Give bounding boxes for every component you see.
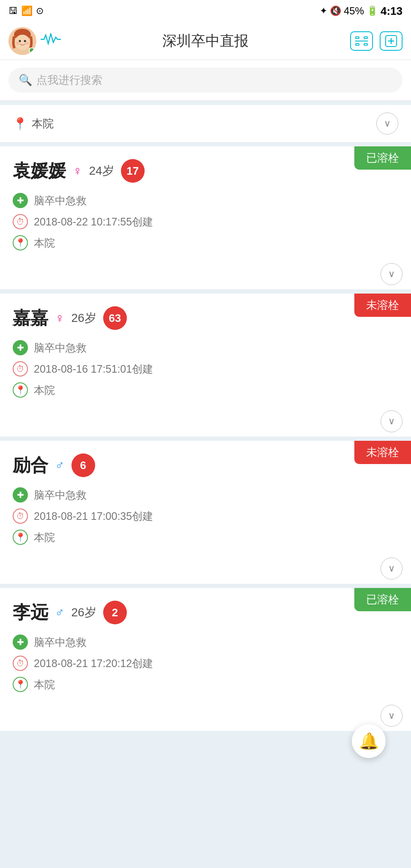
time-row-liyuan: ⏱ 2018-08-21 17:20:12创建 bbox=[13, 656, 398, 671]
status-badge-jia: 未溶栓 bbox=[354, 294, 411, 317]
patient-card-li[interactable]: 未溶栓 励合 ♂ 6 ✚ 脑卒中急救 ⏱ 2018-08-21 17:00:35… bbox=[0, 441, 411, 584]
time-row-li: ⏱ 2018-08-21 17:00:35创建 bbox=[13, 508, 398, 524]
card-header-jia: 嘉嘉 ♀ 26岁 63 bbox=[13, 306, 348, 330]
svg-rect-7 bbox=[356, 37, 359, 38]
status-left-icons: 🖫 📶 ⊙ bbox=[8, 5, 44, 16]
patient-card-jia[interactable]: 未溶栓 嘉嘉 ♀ 26岁 63 ✚ 脑卒中急救 ⏱ 2018-08-16 17:… bbox=[0, 294, 411, 437]
card-info-yuan: ✚ 脑卒中急救 ⏱ 2018-08-22 10:17:55创建 📍 本院 bbox=[13, 193, 398, 250]
gender-icon-jia: ♀ bbox=[55, 311, 65, 325]
type-icon-li: ✚ bbox=[13, 487, 28, 503]
time-row-yuan: ⏱ 2018-08-22 10:17:55创建 bbox=[13, 214, 398, 229]
gender-icon-li: ♂ bbox=[55, 458, 65, 472]
status-right-info: ✦ 🔇 45% 🔋 4:13 bbox=[320, 5, 403, 18]
location-row-yuan: 📍 本院 bbox=[13, 235, 398, 250]
type-text-yuan: 脑卒中急救 bbox=[34, 194, 87, 208]
time-icon-yuan: ⏱ bbox=[13, 214, 28, 229]
online-indicator bbox=[29, 47, 35, 53]
partial-card-location: 📍 本院 bbox=[13, 116, 54, 131]
expand-button-yuan[interactable]: ∨ bbox=[381, 263, 403, 285]
status-bar: 🖫 📶 ⊙ ✦ 🔇 45% 🔋 4:13 bbox=[0, 0, 411, 22]
card-body-yuan: 袁媛媛 ♀ 24岁 17 ✚ 脑卒中急救 ⏱ 2018-08-22 10:17:… bbox=[0, 146, 411, 259]
type-text-liyuan: 脑卒中急救 bbox=[34, 635, 87, 649]
score-badge-jia: 63 bbox=[103, 306, 127, 330]
card-info-liyuan: ✚ 脑卒中急救 ⏱ 2018-08-21 17:20:12创建 📍 本院 bbox=[13, 635, 398, 692]
location-row-liyuan: 📍 本院 bbox=[13, 677, 398, 692]
location-text-yuan: 本院 bbox=[34, 236, 55, 250]
card-footer-liyuan: ∨ bbox=[0, 700, 411, 731]
location-row-jia: 📍 本院 bbox=[13, 382, 398, 398]
expand-button-jia[interactable]: ∨ bbox=[381, 410, 403, 432]
time-row-jia: ⏱ 2018-08-16 17:51:01创建 bbox=[13, 361, 398, 376]
battery-text: 45% bbox=[344, 5, 364, 17]
location-text-jia: 本院 bbox=[34, 383, 55, 397]
location-icon-yuan: 📍 bbox=[13, 235, 28, 250]
sim-icon: 🖫 bbox=[8, 5, 18, 16]
avatar[interactable] bbox=[8, 27, 36, 55]
patient-card-yuan[interactable]: 已溶栓 袁媛媛 ♀ 24岁 17 ✚ 脑卒中急救 ⏱ 2018-08-22 10… bbox=[0, 146, 411, 289]
time-text-jia: 2018-08-16 17:51:01创建 bbox=[34, 362, 153, 376]
status-badge-liyuan: 已溶栓 bbox=[354, 588, 411, 611]
svg-rect-8 bbox=[364, 37, 367, 38]
location-row-li: 📍 本院 bbox=[13, 530, 398, 545]
score-badge-li: 6 bbox=[71, 453, 95, 477]
location-icon-liyuan: 📍 bbox=[13, 677, 28, 692]
age-jia: 26岁 bbox=[71, 310, 96, 326]
chevron-down-icon-partial: ∨ bbox=[384, 118, 391, 129]
card-footer-li: ∨ bbox=[0, 553, 411, 584]
svg-point-6 bbox=[25, 41, 29, 45]
add-button[interactable] bbox=[380, 31, 403, 51]
svg-rect-10 bbox=[364, 44, 367, 45]
card-header-li: 励合 ♂ 6 bbox=[13, 453, 348, 477]
type-text-li: 脑卒中急救 bbox=[34, 488, 87, 502]
patient-card-liyuan[interactable]: 已溶栓 李远 ♂ 26岁 2 ✚ 脑卒中急救 ⏱ 2018-08-21 17:2… bbox=[0, 588, 411, 731]
age-liyuan: 26岁 bbox=[71, 604, 96, 621]
gender-icon-yuan: ♀ bbox=[73, 164, 82, 178]
bell-icon: 🔔 bbox=[359, 732, 379, 750]
svg-point-3 bbox=[19, 40, 21, 42]
search-icon: 🔍 bbox=[19, 74, 32, 87]
card-header-yuan: 袁媛媛 ♀ 24岁 17 bbox=[13, 159, 348, 183]
type-text-jia: 脑卒中急救 bbox=[34, 341, 87, 355]
chevron-down-icon-liyuan: ∨ bbox=[388, 710, 395, 721]
search-input-wrapper[interactable]: 🔍 点我进行搜索 bbox=[8, 68, 403, 93]
pulse-icon bbox=[41, 33, 61, 49]
time-icon-jia: ⏱ bbox=[13, 361, 28, 376]
type-row-liyuan: ✚ 脑卒中急救 bbox=[13, 635, 398, 650]
type-icon-jia: ✚ bbox=[13, 340, 28, 355]
card-info-jia: ✚ 脑卒中急救 ⏱ 2018-08-16 17:51:01创建 📍 本院 bbox=[13, 340, 398, 398]
gender-icon-liyuan: ♂ bbox=[55, 605, 65, 620]
svg-point-4 bbox=[24, 40, 26, 42]
time-text-li: 2018-08-21 17:00:35创建 bbox=[34, 509, 153, 523]
card-body-jia: 嘉嘉 ♀ 26岁 63 ✚ 脑卒中急救 ⏱ 2018-08-16 17:51:0… bbox=[0, 294, 411, 406]
svg-rect-9 bbox=[356, 44, 359, 45]
card-footer-yuan: ∨ bbox=[0, 259, 411, 289]
time-text-yuan: 2018-08-22 10:17:55创建 bbox=[34, 215, 153, 229]
patient-name-yuan: 袁媛媛 bbox=[13, 159, 66, 183]
age-yuan: 24岁 bbox=[89, 163, 114, 179]
expand-button-li[interactable]: ∨ bbox=[381, 558, 403, 580]
time-icon-liyuan: ⏱ bbox=[13, 656, 28, 671]
card-header-liyuan: 李远 ♂ 26岁 2 bbox=[13, 601, 348, 624]
battery-icon: 🔋 bbox=[367, 5, 378, 16]
time-text-liyuan: 2018-08-21 17:20:12创建 bbox=[34, 656, 153, 670]
scan-button[interactable] bbox=[350, 31, 373, 51]
svg-point-5 bbox=[16, 41, 19, 45]
location-text-li: 本院 bbox=[34, 530, 55, 544]
patient-name-liyuan: 李远 bbox=[13, 601, 48, 624]
nav-action-icons bbox=[350, 31, 403, 51]
page-title: 深圳卒中直报 bbox=[61, 31, 350, 51]
top-navigation: 深圳卒中直报 bbox=[0, 22, 411, 60]
type-row-yuan: ✚ 脑卒中急救 bbox=[13, 193, 398, 208]
partial-card[interactable]: 📍 本院 ∨ bbox=[0, 105, 411, 142]
notification-fab[interactable]: 🔔 bbox=[352, 724, 386, 758]
mute-icon: 🔇 bbox=[330, 5, 341, 16]
location-icon-partial: 📍 bbox=[13, 117, 27, 131]
wifi-icon: 📶 bbox=[21, 5, 33, 16]
expand-button-liyuan[interactable]: ∨ bbox=[381, 705, 403, 727]
chevron-down-icon-li: ∨ bbox=[388, 563, 395, 574]
status-badge-li: 未溶栓 bbox=[354, 441, 411, 464]
expand-button-partial[interactable]: ∨ bbox=[376, 113, 398, 135]
status-badge-yuan: 已溶栓 bbox=[354, 146, 411, 170]
patient-name-jia: 嘉嘉 bbox=[13, 306, 48, 330]
score-badge-yuan: 17 bbox=[121, 159, 145, 183]
